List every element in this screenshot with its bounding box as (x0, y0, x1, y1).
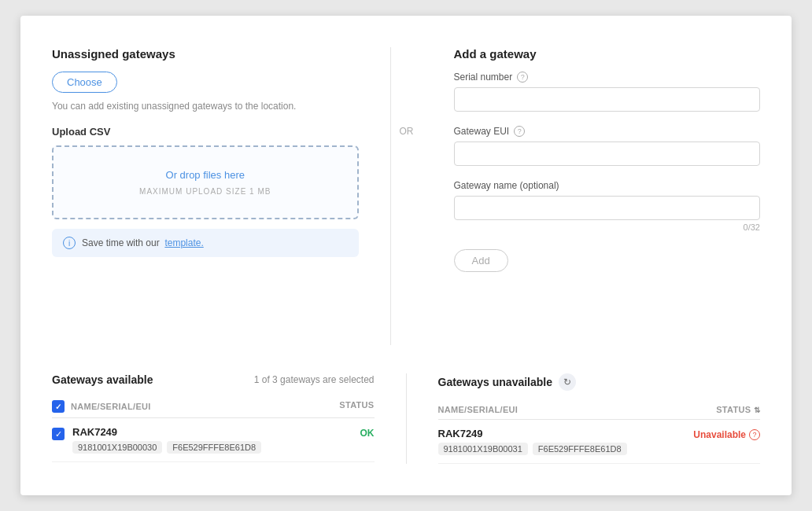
unavailable-help-icon[interactable]: ? (749, 429, 760, 440)
unavailable-gateway-info: RAK7249 9181001X19B00031 F6E529FFFE8E61D… (438, 428, 694, 455)
unavailable-gateway-tags: 9181001X19B00031 F6E529FFFE8E61D8 (438, 443, 694, 455)
refresh-icon[interactable]: ↻ (559, 373, 576, 391)
status-unavailable: Unavailable (693, 429, 746, 440)
template-hint-text: Save time with our template. (82, 237, 204, 248)
available-col-name-header: NAME/SERIAL/EUI (52, 400, 151, 413)
unavailable-serial-tag: 9181001X19B00031 (438, 443, 528, 455)
checkbox-checked[interactable] (52, 428, 65, 440)
gateway-tags: 9181001X19B00030 F6E529FFFE8E61D8 (72, 441, 360, 454)
unavailable-table-header: NAME/SERIAL/EUI STATUS ⇅ (438, 400, 761, 420)
available-table-header: NAME/SERIAL/EUI STATUS (52, 395, 375, 418)
serial-tag: 9181001X19B00030 (72, 441, 162, 454)
left-panel: Unassigned gateways Choose You can add e… (52, 47, 391, 345)
eui-help-icon[interactable]: ? (514, 126, 525, 137)
gateway-name: RAK7249 (72, 426, 360, 438)
main-content: Unassigned gateways Choose You can add e… (52, 47, 760, 345)
unavailable-status-cell: Unavailable ? (693, 428, 760, 440)
template-hint-box: i Save time with our template. (52, 229, 359, 257)
choose-button[interactable]: Choose (52, 72, 117, 93)
or-divider: OR (400, 126, 414, 137)
bottom-section: Gateways available 1 of 3 gateways are s… (52, 373, 760, 464)
serial-input[interactable] (454, 87, 761, 112)
eui-label: Gateway EUI ? (454, 126, 761, 137)
header-checkbox[interactable] (52, 400, 65, 413)
status-ok: OK (360, 428, 375, 439)
right-panel: Add a gateway Serial number ? Gateway EU… (423, 47, 761, 345)
serial-number-group: Serial number ? (454, 72, 761, 112)
eui-group: Gateway EUI ? (454, 126, 761, 166)
unavailable-table-row: RAK7249 9181001X19B00031 F6E529FFFE8E61D… (438, 420, 761, 464)
drop-zone[interactable]: Or drop files here MAXIMUM UPLOAD SIZE 1… (52, 145, 359, 219)
unavailable-title-row: Gateways unavailable ↻ (438, 373, 577, 391)
helper-text: You can add existing unassigned gateways… (52, 101, 359, 112)
available-table-row: RAK7249 9181001X19B00030 F6E529FFFE8E61D… (52, 418, 375, 462)
unavailable-panel-title: Gateways unavailable (438, 376, 553, 388)
add-button[interactable]: Add (454, 249, 508, 272)
gateways-unavailable-panel: Gateways unavailable ↻ NAME/SERIAL/EUI S… (407, 373, 761, 464)
unavailable-col-status: STATUS ⇅ (716, 405, 760, 414)
gateway-name-label: Gateway name (optional) (454, 180, 761, 191)
char-count: 0/32 (454, 222, 761, 232)
gateway-name-group: Gateway name (optional) 0/32 (454, 180, 761, 232)
add-gateway-title: Add a gateway (454, 47, 761, 61)
sort-icon[interactable]: ⇅ (754, 406, 760, 414)
unavailable-eui-tag: F6E529FFFE8E61D8 (533, 443, 627, 455)
available-panel-title: Gateways available (52, 373, 153, 386)
serial-label: Serial number ? (454, 72, 761, 83)
info-icon: i (63, 237, 76, 249)
status-cell: OK (360, 426, 375, 439)
row-checkbox[interactable] (52, 428, 65, 440)
unassigned-gateways-title: Unassigned gateways (52, 47, 359, 61)
eui-tag: F6E529FFFE8E61D8 (167, 441, 261, 454)
gateway-info: RAK7249 9181001X19B00030 F6E529FFFE8E61D… (72, 426, 360, 454)
selected-count: 1 of 3 gateways are selected (254, 374, 375, 385)
drop-zone-max: MAXIMUM UPLOAD SIZE 1 MB (69, 187, 341, 196)
upload-csv-title: Upload CSV (52, 126, 359, 138)
unavailable-panel-header: Gateways unavailable ↻ (438, 373, 761, 391)
main-window: Unassigned gateways Choose You can add e… (20, 16, 792, 495)
available-panel-header: Gateways available 1 of 3 gateways are s… (52, 373, 375, 386)
eui-input[interactable] (454, 142, 761, 166)
serial-help-icon[interactable]: ? (517, 72, 528, 83)
gateways-available-panel: Gateways available 1 of 3 gateways are s… (52, 373, 407, 464)
gateway-name-input[interactable] (454, 196, 761, 220)
template-link[interactable]: template. (164, 237, 203, 248)
drop-zone-text: Or drop files here (69, 169, 341, 181)
unavailable-gateway-name: RAK7249 (438, 428, 694, 439)
